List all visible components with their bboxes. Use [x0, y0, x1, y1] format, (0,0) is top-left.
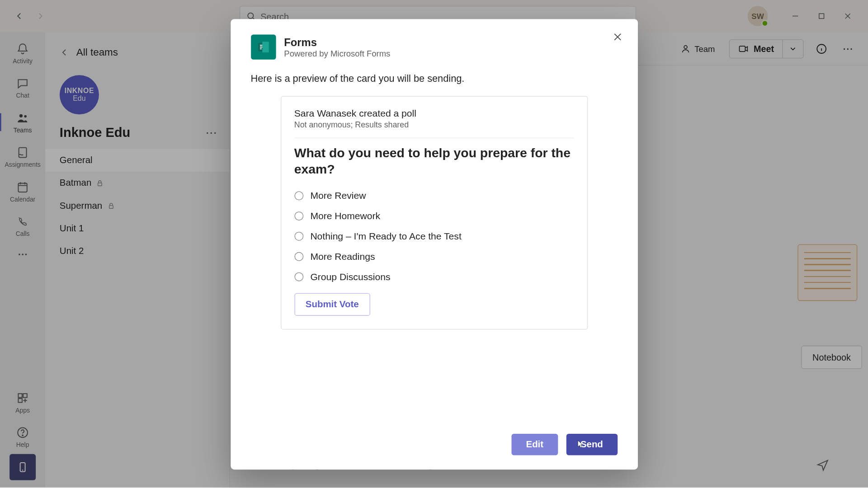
poll-option-label: More Review	[310, 191, 366, 202]
poll-meta-line: Not anonymous; Results shared	[294, 120, 574, 129]
submit-vote-button[interactable]: Submit Vote	[294, 293, 370, 315]
mouse-cursor-icon	[576, 439, 585, 450]
modal-close-button[interactable]	[608, 28, 627, 47]
poll-option[interactable]: Nothing – I'm Ready to Ace the Test	[294, 226, 574, 247]
modal-overlay: Forms Powered by Microsoft Forms Here is…	[0, 0, 868, 488]
modal-intro-text: Here is a preview of the card you will b…	[251, 73, 618, 84]
poll-option[interactable]: Group Discussions	[294, 267, 574, 287]
modal-title: Forms	[284, 36, 390, 49]
poll-option-label: More Readings	[310, 251, 375, 262]
poll-option[interactable]: More Review	[294, 186, 574, 206]
poll-question: What do you need to help you prepare for…	[294, 145, 574, 178]
poll-option-label: Nothing – I'm Ready to Ace the Test	[310, 231, 461, 242]
modal-subtitle: Powered by Microsoft Forms	[284, 48, 390, 58]
radio-icon	[294, 211, 303, 221]
poll-option[interactable]: More Readings	[294, 247, 574, 267]
poll-option[interactable]: More Homework	[294, 206, 574, 226]
forms-preview-modal: Forms Powered by Microsoft Forms Here is…	[231, 19, 638, 469]
poll-option-label: More Homework	[310, 211, 380, 221]
poll-creator-line: Sara Wanasek created a poll	[294, 108, 574, 119]
forms-app-icon	[251, 34, 276, 59]
radio-icon	[294, 232, 303, 241]
poll-option-label: Group Discussions	[310, 272, 390, 282]
edit-button[interactable]: Edit	[512, 434, 558, 455]
send-button[interactable]: Send	[566, 434, 617, 455]
radio-icon	[294, 252, 303, 261]
svg-rect-28	[262, 42, 269, 52]
radio-icon	[294, 272, 303, 282]
radio-icon	[294, 192, 303, 201]
poll-card-preview: Sara Wanasek created a poll Not anonymou…	[280, 96, 587, 329]
